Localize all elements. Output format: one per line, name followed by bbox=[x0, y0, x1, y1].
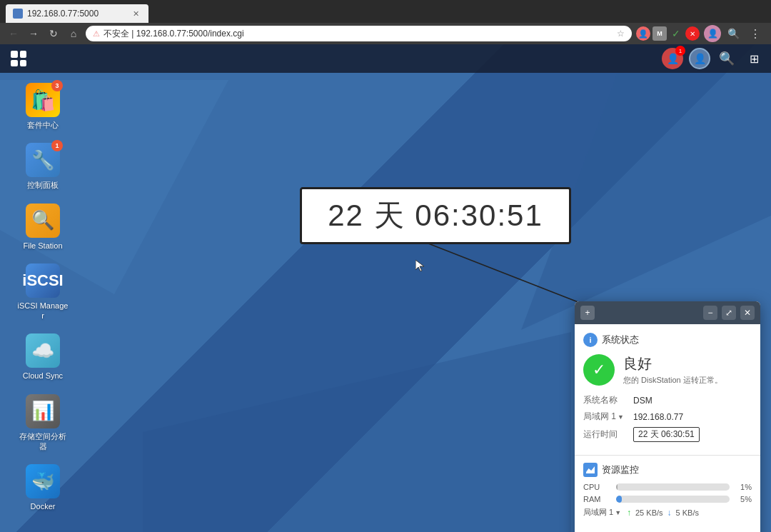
status-description: 您的 DiskStation 运转正常。 bbox=[623, 375, 752, 386]
browser-right-icons: 👤 🔍 ⋮ bbox=[704, 24, 765, 44]
logo-cell-1 bbox=[11, 51, 18, 58]
ram-label: RAM bbox=[583, 495, 612, 503]
cpu-row: CPU 1% bbox=[583, 483, 752, 491]
status-text: 良好 您的 DiskStation 运转正常。 bbox=[623, 354, 752, 386]
logo-cell-2 bbox=[20, 51, 27, 58]
desktop-icon-control-panel[interactable]: 🔧 1 控制面板 bbox=[14, 140, 71, 193]
bookmark-star[interactable]: ☆ bbox=[617, 29, 625, 39]
iscsi-icon-img: iSCSI bbox=[26, 264, 60, 298]
desktop-icon-iscsi[interactable]: iSCSI iSCSI Manager bbox=[14, 261, 71, 324]
chart-area: 300 200 100 0 恒·行·言·信·买 bbox=[575, 529, 760, 532]
network-dropdown-arrow[interactable]: ▼ bbox=[618, 413, 624, 421]
storage-icon-img: 📊 bbox=[26, 394, 60, 428]
taskbar-user-button[interactable]: 👤 bbox=[688, 47, 711, 70]
resource-monitor-title: 资源监控 bbox=[602, 463, 639, 476]
bg-shape-2 bbox=[143, 282, 571, 532]
ram-bar-fill bbox=[616, 496, 622, 503]
desktop-icon-storage[interactable]: 📊 存储空间分析器 bbox=[14, 391, 71, 455]
tab-favicon bbox=[13, 9, 23, 19]
system-status-header: i 系统状态 bbox=[583, 333, 752, 347]
cpu-percentage: 1% bbox=[734, 483, 752, 491]
file-station-icon-img: 🔍 bbox=[26, 204, 60, 238]
docker-label: Docker bbox=[31, 501, 56, 511]
iscsi-label: iSCSI Manager bbox=[17, 301, 69, 321]
taskbar-search-button[interactable]: 🔍 bbox=[715, 47, 738, 70]
ext-icon-3[interactable]: ✓ bbox=[669, 26, 683, 41]
cloud-sync-icon-img: ☁️ bbox=[26, 333, 60, 368]
sys-name-label: 系统名称 bbox=[583, 394, 633, 406]
control-panel-badge: 1 bbox=[51, 140, 63, 151]
upload-speed: 25 KB/s bbox=[635, 508, 663, 517]
taskbar-notification-icon[interactable]: 👤 1 bbox=[661, 47, 684, 70]
user-avatar-browser[interactable]: 👤 bbox=[704, 25, 721, 42]
file-station-label: File Station bbox=[23, 241, 62, 251]
ext-icon-4[interactable]: ✕ bbox=[685, 26, 700, 41]
user-icon: 👤 bbox=[689, 48, 710, 69]
uptime-value: 22 天 06:30:51 bbox=[633, 427, 700, 442]
package-center-label: 套件中心 bbox=[27, 120, 59, 130]
dsm-desktop: 👤 1 👤 🔍 ⊞ 🛍️ 3 套件中心 🔧 1 控制面板 bbox=[0, 44, 771, 532]
download-arrow-icon: ↓ bbox=[667, 508, 672, 518]
address-text: 不安全 | 192.168.0.77:5000/index.cgi bbox=[104, 28, 244, 40]
desktop-icon-cloud-sync[interactable]: ☁️ Cloud Sync bbox=[14, 331, 71, 383]
desktop-icon-docker[interactable]: 🐳 Docker bbox=[14, 461, 71, 514]
sys-name-row: 系统名称 DSM bbox=[583, 394, 752, 406]
cpu-bar-background bbox=[616, 483, 730, 491]
logo-cell-4 bbox=[20, 60, 27, 67]
tab-close-button[interactable]: ✕ bbox=[130, 8, 141, 19]
ram-percentage: 5% bbox=[734, 495, 752, 503]
package-center-icon-img: 🛍️ 3 bbox=[26, 83, 60, 117]
ram-row: RAM 5% bbox=[583, 495, 752, 503]
panel-add-button[interactable]: + bbox=[580, 306, 595, 320]
system-status-title: 系统状态 bbox=[602, 333, 639, 346]
storage-label: 存储空间分析器 bbox=[17, 431, 69, 452]
dsm-taskbar: 👤 1 👤 🔍 ⊞ bbox=[0, 44, 771, 73]
forward-button[interactable]: → bbox=[26, 26, 41, 41]
search-browser-button[interactable]: 🔍 bbox=[723, 24, 743, 44]
ext-icon-1[interactable]: 👤 bbox=[636, 26, 650, 41]
control-panel-icon-img: 🔧 1 bbox=[26, 143, 60, 177]
network-traffic-label: 局域网 1 ▼ bbox=[583, 507, 623, 518]
browser-tab-active[interactable]: 192.168.0.77:5000 ✕ bbox=[6, 4, 148, 23]
browser-toolbar: ← → ↻ ⌂ ⚠ 不安全 | 192.168.0.77:5000/index.… bbox=[0, 23, 771, 44]
reload-button[interactable]: ↻ bbox=[46, 26, 61, 41]
system-status-section: i 系统状态 ✓ 良好 您的 DiskStation 运转正常。 系统名称 DS… bbox=[575, 324, 760, 456]
network-monitor-dropdown[interactable]: ▼ bbox=[615, 509, 621, 516]
uptime-label: 运行时间 bbox=[583, 428, 633, 441]
sys-name-value: DSM bbox=[633, 396, 652, 406]
svg-marker-5 bbox=[415, 260, 424, 271]
back-button[interactable]: ← bbox=[6, 26, 21, 41]
ext-icon-2[interactable]: M bbox=[652, 26, 667, 41]
dsm-logo[interactable] bbox=[6, 46, 31, 71]
logo-cell-3 bbox=[11, 60, 18, 67]
lock-icon: ⚠ bbox=[93, 29, 100, 39]
docker-icon-img: 🐳 bbox=[26, 464, 60, 498]
uptime-row: 运行时间 22 天 06:30:51 bbox=[583, 427, 752, 442]
taskbar-windows-button[interactable]: ⊞ bbox=[742, 47, 765, 70]
browser-chrome: 192.168.0.77:5000 ✕ ← → ↻ ⌂ ⚠ 不安全 | 192.… bbox=[0, 0, 771, 44]
upload-arrow-icon: ↑ bbox=[627, 508, 631, 518]
desktop-icons-container: 🛍️ 3 套件中心 🔧 1 控制面板 🔍 File Station iSCSI bbox=[14, 80, 71, 515]
address-bar[interactable]: ⚠ 不安全 | 192.168.0.77:5000/index.cgi ☆ bbox=[86, 26, 632, 41]
tab-label: 192.168.0.77:5000 bbox=[27, 9, 99, 19]
panel-restore-button[interactable]: ⤢ bbox=[722, 306, 736, 320]
panel-minimize-button[interactable]: − bbox=[703, 306, 717, 320]
resource-monitor-section: 资源监控 CPU 1% RAM 5% 局域网 1 ▼ bbox=[575, 456, 760, 529]
desktop-icon-file-station[interactable]: 🔍 File Station bbox=[14, 201, 71, 254]
resource-icon-inner bbox=[586, 466, 595, 473]
menu-button[interactable]: ⋮ bbox=[745, 24, 765, 44]
cpu-bar-fill bbox=[616, 483, 618, 491]
package-center-badge: 3 bbox=[51, 80, 63, 91]
status-good-label: 良好 bbox=[623, 354, 752, 373]
control-panel-label: 控制面板 bbox=[27, 180, 59, 190]
browser-tabs: 192.168.0.77:5000 ✕ bbox=[0, 0, 771, 23]
desktop-icon-package-center[interactable]: 🛍️ 3 套件中心 bbox=[14, 80, 71, 133]
resource-monitor-icon bbox=[583, 463, 598, 477]
home-button[interactable]: ⌂ bbox=[66, 26, 81, 41]
mouse-cursor bbox=[415, 260, 421, 268]
panel-close-button[interactable]: ✕ bbox=[740, 306, 755, 320]
network-row: 局域网 1 ▼ 192.168.0.77 bbox=[583, 411, 752, 423]
panel-titlebar: + − ⤢ ✕ bbox=[575, 301, 760, 324]
resource-header: 资源监控 bbox=[583, 463, 752, 477]
status-ok-icon: ✓ bbox=[583, 354, 615, 386]
